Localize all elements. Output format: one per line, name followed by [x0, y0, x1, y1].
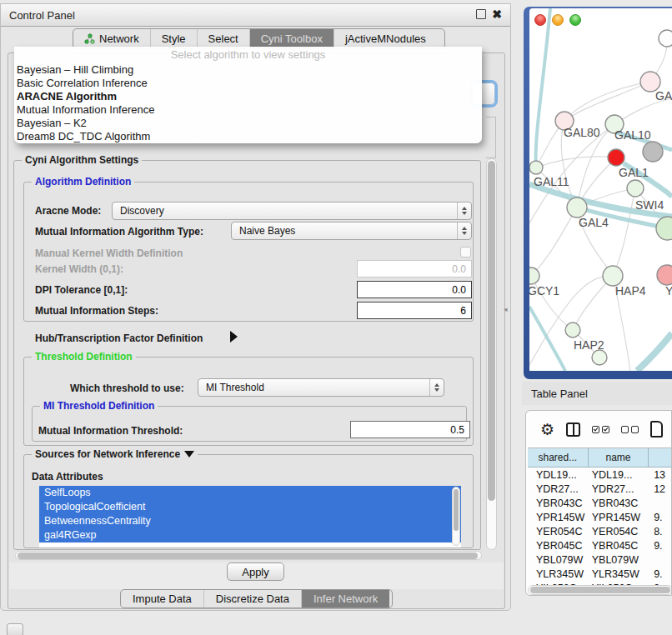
node-label: GAL11 [534, 175, 569, 188]
attribute-item-topologicalcoefficient[interactable]: TopologicalCoefficient [39, 500, 461, 514]
which-threshold-label: Which threshold to use: [70, 382, 184, 394]
collapse-arrow-icon[interactable] [184, 451, 194, 458]
close-icon[interactable]: ✖ [492, 9, 502, 19]
tab-infer-network-label: Infer Network [313, 592, 378, 605]
algorithm-option-aracne[interactable]: ARACNE Algorithm [14, 90, 482, 103]
unselect-checkboxes-icon[interactable] [621, 426, 639, 433]
panel-splitter-handle[interactable]: ◂ [504, 305, 508, 313]
manual-kernel-checkbox[interactable] [460, 247, 471, 258]
apply-button[interactable]: Apply [227, 562, 284, 581]
tab-network-label: Network [99, 32, 139, 45]
tab-network[interactable]: Network [73, 29, 150, 48]
dpi-tolerance-label: DPI Tolerance [0,1]: [35, 284, 128, 296]
tab-infer-network[interactable]: Infer Network [301, 590, 389, 608]
table-horizontal-scrollbar[interactable] [528, 585, 672, 595]
kernel-width-input[interactable] [357, 260, 472, 278]
algorithm-option-dream8[interactable]: Dream8 DC_TDC Algorithm [14, 130, 482, 143]
attribute-item-betweennesscentrality[interactable]: BetweennessCentrality [39, 514, 461, 528]
network-canvas[interactable]: GAL GAL80 GAL10 GAL1 GAL11 SWI4 GAL4 GCY… [529, 8, 672, 371]
table-horizontal-scrollbar-thumb[interactable] [530, 587, 670, 593]
network-node-gal11[interactable] [529, 161, 543, 174]
table-row[interactable]: YDL19...YDL19...13 [528, 468, 672, 482]
algorithm-option-mutual-information[interactable]: Mutual Information Inference [14, 103, 482, 117]
settings-gear-icon[interactable]: ⚙ [540, 421, 554, 438]
table-header-row: shared... name [528, 448, 672, 468]
dpi-tolerance-input[interactable] [357, 281, 472, 298]
settings-horizontal-scrollbar-thumb[interactable] [18, 552, 478, 559]
table-row[interactable]: YBR045CYBR045C9. [528, 538, 672, 552]
column-header-clipped[interactable] [649, 448, 672, 468]
mi-type-label: Mutual Information Algorithm Type: [35, 226, 203, 238]
sources-group-title-wrap: Sources for Network Inference [32, 448, 198, 460]
aracne-mode-combobox[interactable]: Discovery [112, 202, 472, 220]
mi-steps-input[interactable] [357, 302, 472, 319]
table-row[interactable]: YER054CYER054C8. [528, 524, 672, 538]
minimized-panel-button[interactable] [7, 623, 23, 635]
network-node-gal1[interactable] [627, 180, 644, 197]
mi-threshold-input[interactable] [350, 421, 470, 438]
tab-select[interactable]: Select [197, 29, 249, 48]
cyni-settings-group-title: Cyni Algorithm Settings [22, 154, 142, 166]
attributes-list-scrollbar-thumb[interactable] [454, 489, 459, 531]
tab-cyni-toolbox[interactable]: Cyni Toolbox [249, 29, 333, 48]
select-all-checkboxes-icon[interactable] [592, 426, 609, 433]
combo-stepper-icon [457, 222, 471, 239]
tab-style[interactable]: Style [150, 29, 197, 48]
network-node-selected-red[interactable] [608, 149, 624, 166]
column-header-name[interactable]: name [589, 448, 649, 468]
column-layout-icon[interactable] [566, 422, 580, 437]
table-panel-titlebar: Table Panel [522, 382, 672, 405]
network-node-swi4[interactable] [656, 217, 672, 240]
tab-jactivemnodules[interactable]: jActiveMNodules [333, 29, 437, 48]
column-header-shared[interactable]: shared... [528, 448, 589, 468]
algorithm-option-basic-correlation[interactable]: Basic Correlation Inference [14, 77, 482, 90]
table-row[interactable]: YLR345WYLR345W9. [528, 567, 672, 581]
data-attributes-label: Data Attributes [32, 471, 103, 482]
node-label: GAL4 [579, 216, 609, 229]
table-row[interactable]: YBL079WYBL079W [528, 552, 672, 567]
network-node-gray[interactable] [643, 142, 663, 162]
mi-type-value: Naive Bayes [232, 225, 457, 237]
tab-discretize-data-label: Discretize Data [216, 592, 289, 605]
table-panel-window: ⚙ shared... name YDL19...YDL19...13 YDR2… [525, 410, 672, 596]
table-row[interactable]: YPR145WYPR145W9. [528, 510, 672, 524]
tab-discretize-data[interactable]: Discretize Data [203, 590, 301, 608]
network-node-gcy1[interactable] [529, 268, 539, 284]
cyni-mode-tabbar: Impute Data Discretize Data Infer Networ… [120, 589, 393, 608]
network-node-y[interactable] [657, 265, 672, 285]
node-label: GAL1 [619, 166, 649, 179]
node-label: GAL10 [614, 128, 651, 142]
network-node[interactable] [592, 350, 607, 365]
node-label: Y [665, 284, 672, 298]
attribute-item-gal4rgexp[interactable]: gal4RGexp [39, 528, 461, 542]
node-label: GAL [655, 89, 672, 102]
attributes-list-scrollbar[interactable] [452, 487, 460, 546]
aracne-mode-value: Discovery [113, 205, 457, 217]
algorithm-option-bayesian-k2[interactable]: Bayesian – K2 [14, 117, 482, 130]
which-threshold-combobox[interactable]: MI Threshold [198, 378, 444, 397]
settings-vertical-scrollbar-thumb[interactable] [488, 161, 495, 501]
tab-jactivemnodules-label: jActiveMNodules [345, 32, 426, 45]
algorithm-option-bayesian-hill-climbing[interactable]: Bayesian – Hill Climbing [14, 63, 482, 77]
mi-threshold-group-title: MI Threshold Definition [40, 400, 158, 412]
attribute-item-selfloops[interactable]: SelfLoops [39, 486, 461, 500]
float-window-icon[interactable] [476, 9, 486, 19]
expand-arrow-icon[interactable] [230, 331, 238, 342]
table-sheet-icon[interactable] [650, 421, 663, 438]
algorithm-definition-title: Algorithm Definition [32, 176, 134, 188]
mi-steps-label: Mutual Information Steps: [35, 305, 158, 317]
node-table: shared... name YDL19...YDL19...13 YDR27.… [528, 448, 672, 585]
algorithm-dropdown-placeholder: Select algorithm to view settings [14, 47, 482, 63]
network-node-gal4[interactable] [567, 198, 587, 218]
settings-horizontal-scrollbar[interactable] [15, 551, 482, 560]
data-attributes-list[interactable]: SelfLoops TopologicalCoefficient Between… [39, 486, 461, 548]
network-node[interactable] [659, 30, 672, 47]
table-row[interactable]: YDR27...YDR27...12 [528, 482, 672, 496]
table-row[interactable]: YBR043CYBR043C [528, 496, 672, 510]
kernel-width-label: Kernel Width (0,1): [35, 263, 123, 275]
network-node-hap2[interactable] [565, 322, 580, 338]
network-node-hap4[interactable] [603, 266, 623, 286]
settings-vertical-scrollbar[interactable] [486, 158, 497, 550]
tab-impute-data[interactable]: Impute Data [121, 590, 203, 608]
mi-type-combobox[interactable]: Naive Bayes [231, 222, 472, 240]
